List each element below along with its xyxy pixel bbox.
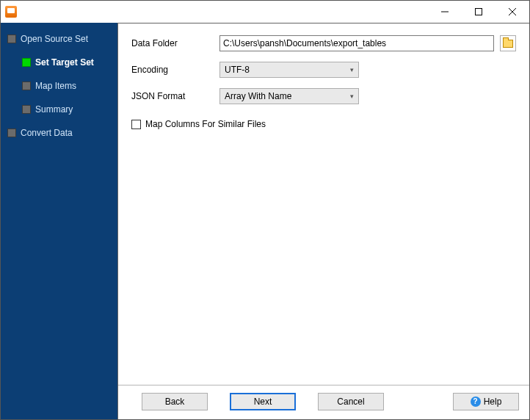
help-label: Help: [484, 397, 502, 407]
maximize-button[interactable]: [462, 1, 495, 23]
step-bullet-icon: [7, 128, 16, 137]
step-bullet-icon: [22, 105, 31, 114]
row-map-columns[interactable]: Map Columns For Similar Files: [131, 119, 516, 129]
chevron-down-icon: ▾: [350, 66, 354, 73]
cancel-button[interactable]: Cancel: [318, 393, 384, 410]
close-button[interactable]: [495, 1, 529, 23]
wizard-sidebar: Open Source Set Set Target Set Map Items…: [1, 23, 117, 419]
titlebar: [1, 1, 529, 23]
help-icon: ?: [471, 397, 481, 407]
map-columns-checkbox[interactable]: [131, 120, 141, 129]
json-format-select[interactable]: Array With Name ▾: [219, 88, 359, 104]
svg-rect-1: [476, 9, 482, 15]
window-controls: [428, 1, 529, 23]
content-panel: Data Folder Encoding UTF-8 ▾ JSON Format: [117, 23, 529, 419]
encoding-label: Encoding: [131, 65, 219, 75]
help-button[interactable]: ? Help: [453, 393, 519, 410]
folder-icon: [503, 40, 513, 48]
back-label: Back: [165, 397, 185, 407]
nav-label: Summary: [35, 104, 73, 115]
next-button[interactable]: Next: [230, 393, 296, 410]
data-folder-label: Data Folder: [131, 38, 219, 48]
close-icon: [509, 8, 516, 15]
back-button[interactable]: Back: [142, 393, 208, 410]
nav-set-target-set[interactable]: Set Target Set: [1, 55, 117, 70]
nav-label: Open Source Set: [21, 34, 88, 44]
app-icon: [5, 6, 17, 18]
wizard-window: Open Source Set Set Target Set Map Items…: [0, 0, 530, 420]
json-format-value: Array With Name: [225, 91, 291, 101]
map-columns-label: Map Columns For Similar Files: [145, 119, 266, 129]
button-bar: Back Next Cancel ? Help: [118, 385, 529, 419]
browse-folder-button[interactable]: [500, 35, 516, 51]
row-data-folder: Data Folder: [131, 35, 516, 51]
nav-label: Convert Data: [21, 128, 73, 138]
next-label: Next: [254, 397, 272, 407]
body: Open Source Set Set Target Set Map Items…: [1, 23, 529, 419]
minimize-icon: [441, 8, 449, 15]
step-bullet-icon: [22, 82, 31, 90]
encoding-select[interactable]: UTF-8 ▾: [219, 62, 359, 78]
cancel-label: Cancel: [337, 397, 364, 407]
form-area: Data Folder Encoding UTF-8 ▾ JSON Format: [118, 23, 529, 385]
data-folder-input[interactable]: [219, 35, 494, 51]
nav-label: Set Target Set: [35, 57, 94, 68]
step-bullet-icon: [7, 35, 16, 43]
maximize-icon: [475, 8, 482, 15]
titlebar-left: [5, 6, 21, 18]
row-encoding: Encoding UTF-8 ▾: [131, 62, 516, 78]
nav-convert-data[interactable]: Convert Data: [1, 126, 117, 140]
nav-map-items[interactable]: Map Items: [1, 79, 117, 93]
nav-summary[interactable]: Summary: [1, 102, 117, 117]
encoding-value: UTF-8: [225, 65, 250, 75]
nav-label: Map Items: [35, 81, 76, 91]
minimize-button[interactable]: [428, 1, 462, 23]
chevron-down-icon: ▾: [350, 93, 354, 100]
step-bullet-active-icon: [22, 58, 31, 67]
nav-open-source-set[interactable]: Open Source Set: [1, 32, 117, 46]
row-json-format: JSON Format Array With Name ▾: [131, 88, 516, 104]
json-format-label: JSON Format: [131, 91, 219, 101]
